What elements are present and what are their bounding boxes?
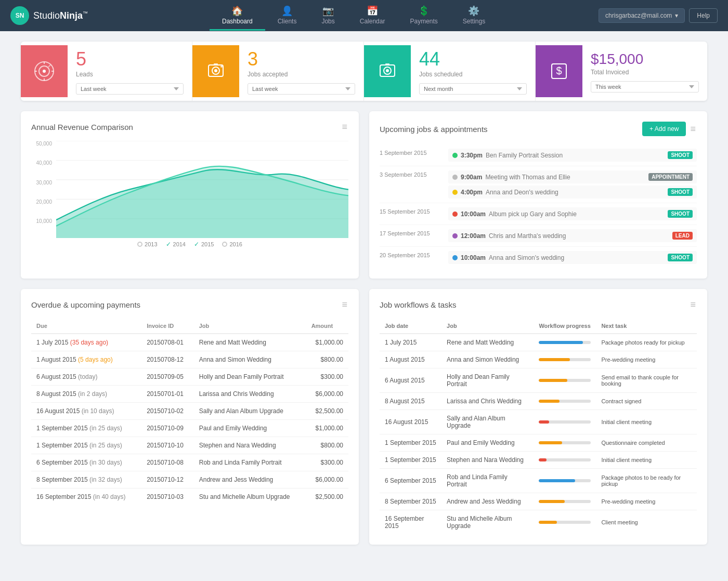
job-entry[interactable]: 10:00amAlbum pick up Gary and SophieSHOO… — [448, 207, 697, 220]
job-entry[interactable]: 4:00pmAnna and Deon's weddingSHOOT — [448, 186, 697, 199]
payment-amount: $1,000.00 — [306, 334, 348, 351]
leads-period-select[interactable]: Last week Last month This week — [76, 83, 184, 95]
nav-settings-label: Settings — [463, 18, 485, 25]
progress-bar-fill — [539, 420, 549, 424]
payment-amount: $300.00 — [306, 368, 348, 386]
job-time: 12:00am — [461, 232, 486, 240]
table-row[interactable]: 8 September 2015 (in 32 days)20150710-12… — [31, 471, 348, 488]
wf-job: Rob and Linda Family Portrait — [441, 469, 534, 493]
wf-job: Larissa and Chris Wedding — [441, 393, 534, 410]
payment-invoice: 20150708-12 — [141, 351, 194, 368]
nav-jobs-label: Jobs — [321, 18, 334, 25]
jobs-accepted-period-select[interactable]: Last week Last month This week — [248, 83, 355, 95]
revenue-panel-menu[interactable]: ≡ — [342, 122, 348, 133]
table-row[interactable]: 1 September 2015Paul and Emily WeddingQu… — [380, 434, 697, 452]
job-entry[interactable]: 12:00amChris and Martha's weddingLEAD — [448, 229, 697, 242]
job-tag: APPOINTMENT — [648, 173, 693, 181]
job-entry[interactable]: 10:00amAnna and Simon's weddingSHOOT — [448, 251, 697, 264]
jobs-scheduled-period-select[interactable]: Next month This month This week — [419, 83, 527, 95]
svg-point-17 — [386, 69, 389, 72]
progress-bar-fill — [539, 500, 565, 503]
wf-date: 8 August 2015 — [380, 393, 441, 410]
job-entry[interactable]: 3:30pmBen Family Portrait SessionSHOOT — [448, 149, 697, 162]
payments-icon: 💲 — [418, 5, 430, 17]
payment-due: 6 August 2015 (today) — [31, 368, 141, 386]
nav-payments[interactable]: 💲 Payments — [397, 1, 450, 31]
table-row[interactable]: 6 September 2015Rob and Linda Family Por… — [380, 469, 697, 493]
table-row[interactable]: 6 August 2015Holly and Dean Family Portr… — [380, 368, 697, 393]
wf-progress — [534, 393, 596, 410]
job-name: Album pick up Gary and Sophie — [489, 210, 665, 218]
payment-invoice: 20150709-05 — [141, 368, 194, 386]
total-invoiced-icon-box: $ — [536, 45, 582, 97]
progress-bar-wrap — [539, 400, 591, 403]
workflows-menu[interactable]: ≡ — [690, 299, 697, 310]
nav-dashboard[interactable]: 🏠 Dashboard — [210, 1, 265, 31]
table-row[interactable]: 1 September 2015 (in 25 days)20150710-09… — [31, 420, 348, 437]
table-row[interactable]: 1 September 2015Stephen and Nara Wedding… — [380, 452, 697, 469]
total-invoiced-period-select[interactable]: This week Last week This month — [591, 81, 699, 93]
nav-calendar[interactable]: 📅 Calendar — [347, 1, 398, 31]
payment-invoice: 20150710-09 — [141, 420, 194, 437]
table-row[interactable]: 8 August 2015 (in 2 days)20150701-01Lari… — [31, 386, 348, 403]
settings-icon: ⚙️ — [468, 5, 479, 17]
nav-jobs[interactable]: 📷 Jobs — [309, 1, 347, 31]
table-row[interactable]: 16 August 2015Sally and Alan Album Upgra… — [380, 410, 697, 434]
job-dot — [452, 153, 458, 158]
progress-bar-wrap — [539, 521, 591, 524]
table-row[interactable]: 1 July 2015 (35 days ago)20150708-01Rene… — [31, 334, 348, 351]
svg-text:$: $ — [556, 65, 562, 76]
table-row[interactable]: 1 August 2015 (5 days ago)20150708-12Ann… — [31, 351, 348, 368]
header-right: chrisgarbacz@mail.com ▾ Help — [599, 8, 718, 23]
bottom-panels-row: Overdue & upcoming payments ≡ DueInvoice… — [21, 289, 707, 545]
jobs-accepted-number: 3 — [248, 50, 355, 69]
logo-text: StudioNinja™ — [33, 10, 88, 21]
table-row[interactable]: 1 September 2015 (in 25 days)20150710-10… — [31, 437, 348, 454]
chart-legend: 2013 ✓ 2014 ✓ 2015 2016 — [31, 241, 348, 248]
job-entry[interactable]: 9:00amMeeting with Thomas and EllieAPPOI… — [448, 170, 697, 183]
job-name: Anna and Simon's wedding — [489, 254, 665, 261]
table-row[interactable]: 6 August 2015 (today)20150709-05Holly an… — [31, 368, 348, 386]
leads-label: Leads — [76, 71, 184, 78]
payments-menu[interactable]: ≡ — [342, 299, 348, 310]
nav-settings[interactable]: ⚙️ Settings — [450, 1, 498, 31]
table-row[interactable]: 6 September 2015 (in 30 days)20150710-08… — [31, 454, 348, 471]
progress-bar-wrap — [539, 420, 591, 424]
payment-amount: $800.00 — [306, 351, 348, 368]
payment-job: Rene and Matt Wedding — [194, 334, 306, 351]
table-row[interactable]: 8 September 2015Andrew and Jess WeddingP… — [380, 493, 697, 510]
payment-job: Sally and Alan Album Upgrade — [194, 403, 306, 420]
user-dropdown[interactable]: chrisgarbacz@mail.com ▾ — [599, 8, 685, 23]
progress-bar-fill — [539, 521, 557, 524]
table-row[interactable]: 1 August 2015Anna and Simon WeddingPre-w… — [380, 351, 697, 368]
add-new-button[interactable]: + Add new — [642, 122, 686, 136]
job-row: 17 September 201512:00amChris and Martha… — [380, 225, 697, 247]
progress-bar-fill — [539, 458, 547, 461]
payment-amount: $2,500.00 — [306, 488, 348, 506]
wf-job: Andrew and Jess Wedding — [441, 493, 534, 510]
job-entries: 10:00amAnna and Simon's weddingSHOOT — [448, 251, 697, 264]
progress-bar-fill — [539, 341, 583, 344]
nav-clients[interactable]: 👤 Clients — [265, 1, 309, 31]
wf-date: 1 July 2015 — [380, 334, 441, 351]
legend-2013-dot — [137, 242, 142, 247]
payments-col-header: Amount — [306, 319, 348, 334]
payment-invoice: 20150710-03 — [141, 488, 194, 506]
wf-next-task: Pre-wedding meeting — [596, 493, 697, 510]
progress-bar-fill — [539, 441, 562, 444]
table-row[interactable]: 16 September 2015 (in 40 days)20150710-0… — [31, 488, 348, 506]
table-row[interactable]: 8 August 2015Larissa and Chris WeddingCo… — [380, 393, 697, 410]
svg-rect-18 — [385, 63, 389, 65]
table-row[interactable]: 1 July 2015Rene and Matt WeddingPackage … — [380, 334, 697, 351]
jobs-scheduled-label: Jobs scheduled — [419, 71, 527, 78]
table-row[interactable]: 16 August 2015 (in 10 days)20150710-02Sa… — [31, 403, 348, 420]
help-button[interactable]: Help — [689, 8, 718, 23]
payment-job: Holly and Dean Family Portrait — [194, 368, 306, 386]
upcoming-jobs-menu[interactable]: ≡ — [690, 124, 697, 135]
job-time: 3:30pm — [461, 152, 483, 159]
table-row[interactable]: 16 September 2015Stu and Michelle Album … — [380, 510, 697, 535]
payment-amount: $6,000.00 — [306, 386, 348, 403]
stat-card-total-invoiced: $ $15,000 Total Invoiced This week Last … — [536, 42, 707, 101]
job-dot — [452, 212, 458, 217]
job-time: 10:00am — [461, 210, 486, 218]
